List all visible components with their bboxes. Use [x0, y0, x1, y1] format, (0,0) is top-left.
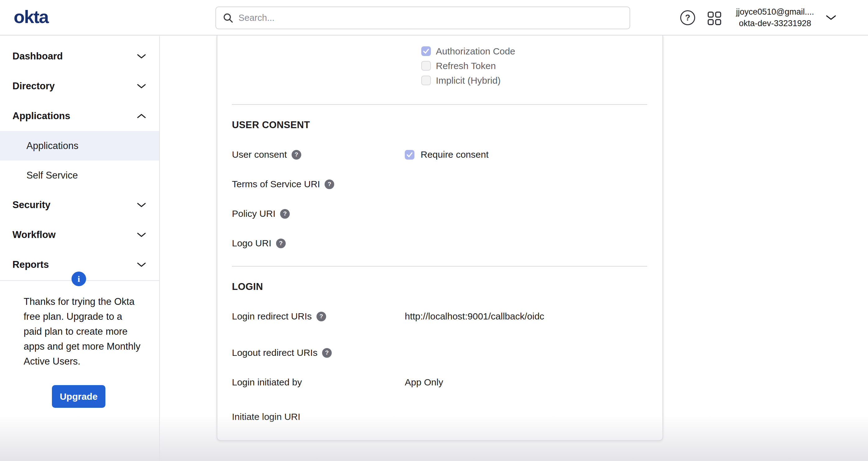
sidebar-item-label: Applications: [12, 110, 70, 122]
global-search[interactable]: [215, 6, 630, 29]
form-row-label-cell: Login initiated by: [232, 377, 405, 387]
help-icon[interactable]: ?: [276, 238, 286, 248]
chevron-down-icon: [137, 262, 146, 267]
form-row-login-redirect-uris: Login redirect URIs?http://localhost:900…: [232, 310, 647, 323]
grant-type-option-authorization-code[interactable]: Authorization Code: [421, 44, 647, 58]
form-row-label-cell: Policy URI?: [232, 208, 405, 219]
checkbox-checked-icon[interactable]: [421, 46, 431, 56]
form-row-policy-uri: Policy URI?: [232, 207, 647, 220]
grant-types-group: Authorization CodeRefresh TokenImplicit …: [421, 35, 647, 88]
checkbox-unchecked[interactable]: [421, 76, 431, 85]
form-row-value-cell: Require consent: [405, 149, 488, 160]
form-row-logout-redirect-uris: Logout redirect URIs?: [232, 347, 647, 359]
sidebar-item-workflow[interactable]: Workflow: [0, 220, 159, 250]
app-settings-card: Authorization CodeRefresh TokenImplicit …: [217, 35, 663, 441]
form-row-value-cell: http://localhost:9001/callback/oidc: [405, 311, 545, 322]
form-row-label-cell: Terms of Service URI?: [232, 179, 405, 190]
sidebar-item-label: Workflow: [12, 229, 56, 240]
form-row-label: Login initiated by: [232, 377, 302, 387]
chevron-down-icon: [137, 232, 146, 237]
sidebar-item-directory[interactable]: Directory: [0, 71, 159, 101]
chevron-up-icon: [137, 114, 146, 118]
sidebar-subitem-self-service[interactable]: Self Service: [0, 161, 159, 190]
form-row-label: Initiate login URI: [232, 411, 300, 422]
app-switcher-icon[interactable]: [707, 11, 722, 27]
form-row-logo-uri: Logo URI?: [232, 237, 647, 250]
user-menu[interactable]: jjoyce0510@gmail.... okta-dev-33231928: [731, 6, 819, 29]
sidebar-subitem-label: Self Service: [26, 170, 78, 181]
chevron-down-icon[interactable]: [826, 15, 836, 22]
chevron-down-icon: [137, 202, 146, 207]
grant-type-label: Implicit (Hybrid): [436, 75, 500, 86]
grant-type-option-refresh-token[interactable]: Refresh Token: [421, 58, 647, 73]
sidebar-item-applications[interactable]: Applications: [0, 101, 159, 131]
sidebar-item-label: Dashboard: [12, 51, 63, 62]
form-row-user-consent: User consent?Require consent: [232, 148, 647, 161]
checkbox-unchecked[interactable]: [421, 61, 431, 70]
section-title: USER CONSENT: [232, 119, 647, 131]
form-row-label: Login redirect URIs: [232, 311, 312, 322]
form-row-terms-of-service-uri: Terms of Service URI?: [232, 178, 647, 191]
help-icon[interactable]: ?: [680, 10, 695, 25]
sidebar-item-label: Reports: [12, 259, 49, 270]
form-row-label-cell: Initiate login URI: [232, 411, 405, 422]
grant-type-label: Refresh Token: [436, 61, 496, 71]
section-rows: User consent?Require consentTerms of Ser…: [232, 148, 647, 250]
section-divider: [232, 104, 647, 105]
checkbox-label: Require consent: [421, 149, 488, 160]
sidebar-item-dashboard[interactable]: Dashboard: [0, 41, 159, 71]
form-row-initiate-login-uri: Initiate login URI: [232, 411, 647, 423]
form-row-label: Policy URI: [232, 208, 275, 219]
sidebar-item-label: Directory: [12, 81, 55, 92]
chevron-down-icon: [137, 84, 146, 89]
section-login: LOGINLogin redirect URIs?http://localhos…: [232, 266, 647, 423]
chevron-down-icon: [137, 54, 146, 59]
settings-sections: USER CONSENTUser consent?Require consent…: [232, 104, 647, 423]
form-row-label-cell: User consent?: [232, 149, 405, 160]
info-icon: i: [71, 271, 86, 286]
sidebar: DashboardDirectoryApplicationsApplicatio…: [0, 36, 160, 461]
user-org: okta-dev-33231928: [731, 18, 819, 29]
section-rows: Login redirect URIs?http://localhost:900…: [232, 310, 647, 423]
user-email: jjoyce0510@gmail....: [731, 6, 819, 18]
form-row-label-cell: Logout redirect URIs?: [232, 347, 405, 358]
help-icon[interactable]: ?: [280, 209, 290, 219]
help-icon[interactable]: ?: [291, 150, 301, 160]
section-user-consent: USER CONSENTUser consent?Require consent…: [232, 104, 647, 250]
search-input[interactable]: [239, 13, 623, 23]
main-content: Authorization CodeRefresh TokenImplicit …: [160, 36, 868, 461]
sidebar-subitem-applications[interactable]: Applications: [0, 131, 159, 161]
help-icon[interactable]: ?: [324, 179, 334, 189]
sidebar-subitem-label: Applications: [26, 140, 79, 151]
form-row-label: Logout redirect URIs: [232, 347, 317, 358]
search-icon: [223, 13, 234, 23]
grant-type-option-implicit-hybrid[interactable]: Implicit (Hybrid): [421, 73, 647, 88]
form-row-value-cell: App Only: [405, 377, 443, 387]
form-row-value: App Only: [405, 377, 443, 387]
sidebar-nav: DashboardDirectoryApplicationsApplicatio…: [0, 36, 159, 280]
form-row-label: Terms of Service URI: [232, 179, 320, 190]
grant-type-label: Authorization Code: [436, 46, 515, 57]
form-row-label: User consent: [232, 149, 287, 160]
okta-logo[interactable]: okta: [14, 6, 48, 27]
form-row-value: http://localhost:9001/callback/oidc: [405, 311, 545, 322]
upgrade-button[interactable]: Upgrade: [52, 385, 105, 408]
section-title: LOGIN: [232, 281, 647, 293]
form-row-label-cell: Login redirect URIs?: [232, 311, 405, 322]
form-row-label: Logo URI: [232, 238, 271, 249]
form-row-login-initiated-by: Login initiated byApp Only: [232, 376, 647, 388]
form-row-label-cell: Logo URI?: [232, 238, 405, 249]
checkbox-checked-icon[interactable]: [405, 150, 414, 160]
upsell-message: Thanks for trying the Okta free plan. Up…: [24, 294, 142, 369]
sidebar-item-label: Security: [12, 199, 50, 210]
help-icon[interactable]: ?: [322, 348, 332, 358]
section-divider: [232, 266, 647, 266]
help-icon[interactable]: ?: [316, 312, 326, 321]
top-header: okta ? jjoyce0510@gmail.... okta-dev-332…: [0, 0, 868, 35]
sidebar-item-security[interactable]: Security: [0, 190, 159, 220]
